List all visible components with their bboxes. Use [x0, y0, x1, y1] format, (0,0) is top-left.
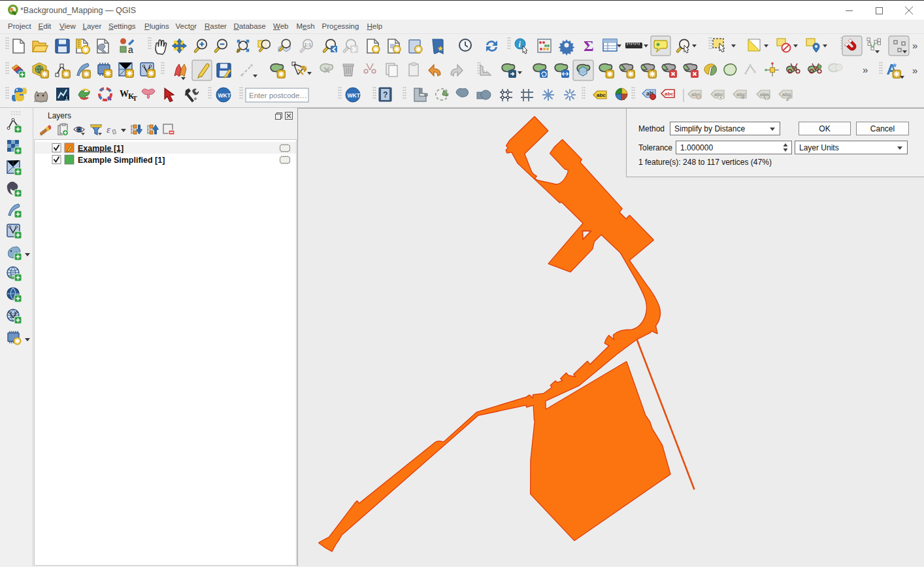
svg-text:Σ: Σ	[584, 37, 594, 54]
svg-text:T: T	[133, 95, 137, 102]
svg-text:W: W	[120, 89, 129, 99]
svg-text:WKT: WKT	[218, 92, 231, 99]
svg-text:WKT: WKT	[348, 92, 361, 99]
svg-text:?: ?	[383, 90, 388, 99]
svg-text:»: »	[863, 64, 868, 75]
svg-text:1:1: 1:1	[305, 42, 312, 48]
svg-text:a: a	[128, 44, 133, 55]
svg-text:Enter postcode…: Enter postcode…	[249, 92, 307, 99]
svg-text:ε: ε	[107, 124, 110, 135]
svg-text:»: »	[912, 65, 917, 76]
svg-text:abc: abc	[665, 91, 674, 97]
svg-text:Example [1]: Example [1]	[78, 144, 124, 153]
svg-text:Example Simplified [1]: Example Simplified [1]	[78, 156, 165, 165]
svg-text:»: »	[912, 40, 917, 51]
